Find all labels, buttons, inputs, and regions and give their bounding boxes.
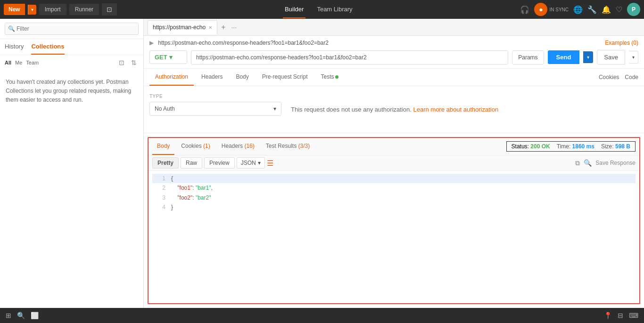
response-area: Body Cookies (1) Headers (16) Test Resul… xyxy=(148,137,640,304)
bell-icon[interactable]: 🔔 xyxy=(602,5,611,14)
sidebar-empty-message: You haven't created any collections yet.… xyxy=(0,70,143,113)
sidebar-actions: ⊡ ⇅ xyxy=(117,58,139,67)
request-section-tabs: Authorization Headers Body Pre-request S… xyxy=(144,69,644,86)
sidebar-filter-row: All Me Team ⊡ ⇅ xyxy=(0,55,143,70)
bottom-layout-icon[interactable]: ⊟ xyxy=(618,312,623,319)
tab-builder[interactable]: Builder xyxy=(283,1,305,18)
sync-icon: ● xyxy=(534,3,547,16)
sidebar-tab-collections[interactable]: Collections xyxy=(31,43,64,55)
cookies-count: (1) xyxy=(203,143,210,149)
auth-type-value: No Auth xyxy=(155,105,175,112)
status-label: Status: 200 OK xyxy=(512,143,550,150)
resp-tab-test-results[interactable]: Test Results (3/3) xyxy=(261,138,314,155)
sidebar-tabs: History Collections xyxy=(0,39,143,55)
req-tabs-left: Authorization Headers Body Pre-request S… xyxy=(149,69,344,86)
bottom-right: 📍 ⊟ ⌨ xyxy=(604,312,638,319)
avatar[interactable]: P xyxy=(627,3,640,16)
auth-right: This request does not use any authorizat… xyxy=(291,94,638,125)
format-raw-button[interactable]: Raw xyxy=(181,157,202,169)
sidebar-toggle-icon[interactable]: ⊞ xyxy=(6,312,11,319)
code-line-4: 4 } xyxy=(152,202,636,212)
filter-me[interactable]: Me xyxy=(15,60,22,65)
tab-pre-request-script[interactable]: Pre-request Script xyxy=(256,69,314,86)
breadcrumb-row: ▶ https://postman-echo.com/response-head… xyxy=(149,40,638,46)
sidebar-search-container: 🔍 xyxy=(0,19,143,39)
tab-headers[interactable]: Headers xyxy=(196,69,228,86)
method-selector[interactable]: GET ▾ xyxy=(149,50,187,64)
method-dropdown-icon: ▾ xyxy=(169,54,173,61)
resp-format-bar: Pretty Raw Preview JSON ▾ ☰ ⧉ 🔍 Save Res… xyxy=(149,155,639,171)
auth-left: TYPE No Auth ▾ xyxy=(149,94,281,125)
sidebar-tab-history[interactable]: History xyxy=(5,43,24,55)
main-layout: 🔍 History Collections All Me Team ⊡ ⇅ Yo… xyxy=(0,19,644,308)
wrench-icon[interactable]: 🔧 xyxy=(587,5,597,14)
filter-input[interactable] xyxy=(5,23,139,35)
breadcrumb-text: https://postman-echo.com/response-header… xyxy=(158,40,329,46)
heart-icon[interactable]: ♡ xyxy=(616,5,622,14)
new-folder-button[interactable]: ⊡ xyxy=(117,58,126,67)
filter-all[interactable]: All xyxy=(5,60,11,65)
search-response-button[interactable]: 🔍 xyxy=(584,159,592,167)
nav-right: 🎧 ● IN SYNC 🌐 🔧 🔔 ♡ P xyxy=(520,3,640,16)
code-line-3: 3 "foo2": "bar2" xyxy=(152,193,636,202)
auth-type-selector[interactable]: No Auth ▾ xyxy=(149,102,281,116)
bottom-search-icon[interactable]: 🔍 xyxy=(17,312,25,319)
format-dropdown-icon: ▾ xyxy=(258,160,261,166)
save-response-button[interactable]: Save Response xyxy=(595,160,636,166)
more-tabs-button[interactable]: ··· xyxy=(229,24,239,31)
import-button[interactable]: Import xyxy=(39,4,66,15)
breadcrumb: ▶ https://postman-echo.com/response-head… xyxy=(149,40,329,46)
examples-link[interactable]: Examples (0) xyxy=(605,40,638,46)
new-dropdown-button[interactable]: ▾ xyxy=(28,5,36,15)
url-input[interactable] xyxy=(191,50,508,65)
save-dropdown-button[interactable]: ▾ xyxy=(629,51,638,64)
resp-tab-body[interactable]: Body xyxy=(152,138,174,155)
wrap-icon[interactable]: ☰ xyxy=(267,159,273,168)
auth-learn-link[interactable]: Learn more about authorization xyxy=(413,106,498,113)
bottom-bar: ⊞ 🔍 ⬜ 📍 ⊟ ⌨ xyxy=(0,308,644,323)
bottom-left: ⊞ 🔍 ⬜ xyxy=(6,312,39,319)
code-link[interactable]: Code xyxy=(625,74,638,81)
format-type-selector[interactable]: JSON ▾ xyxy=(237,157,265,169)
headphone-icon[interactable]: 🎧 xyxy=(520,5,529,14)
filter-options: All Me Team xyxy=(5,60,39,65)
bottom-location-icon[interactable]: 📍 xyxy=(604,312,612,319)
method-label: GET xyxy=(155,54,167,61)
resp-tab-headers[interactable]: Headers (16) xyxy=(217,138,259,155)
status-ok-value: 200 OK xyxy=(530,143,550,150)
response-code-area: 1 { 2 "foo1": "bar1", 3 "foo2": "bar2" 4… xyxy=(149,171,639,303)
bottom-keyboard-icon[interactable]: ⌨ xyxy=(629,312,638,319)
tab-body[interactable]: Body xyxy=(230,69,254,86)
request-tab[interactable]: https://postman-echo ✕ xyxy=(148,20,217,34)
tab-authorization[interactable]: Authorization xyxy=(149,69,194,86)
auth-type-dropdown-icon: ▾ xyxy=(273,105,276,112)
format-preview-button[interactable]: Preview xyxy=(204,157,235,169)
bottom-browser-icon[interactable]: ⬜ xyxy=(31,312,39,319)
tab-close-button[interactable]: ✕ xyxy=(208,25,212,30)
req-tab-label: https://postman-echo xyxy=(153,24,206,31)
resp-tab-cookies[interactable]: Cookies (1) xyxy=(176,138,215,155)
nav-center: Builder Team Library xyxy=(120,1,517,18)
globe-icon[interactable]: 🌐 xyxy=(573,5,583,14)
params-button[interactable]: Params xyxy=(512,50,544,65)
runner-button[interactable]: Runner xyxy=(69,4,99,15)
headers-count: (16) xyxy=(244,143,254,149)
filter-team[interactable]: Team xyxy=(26,60,39,65)
tab-tests[interactable]: Tests xyxy=(315,69,344,86)
add-tab-button[interactable]: + xyxy=(219,23,227,32)
search-wrap: 🔍 xyxy=(5,23,139,35)
format-pretty-button[interactable]: Pretty xyxy=(152,157,179,169)
save-button[interactable]: Save xyxy=(597,50,625,65)
sync-text: IN SYNC xyxy=(549,7,569,12)
send-button[interactable]: Send xyxy=(548,50,580,64)
layout-icon-button[interactable]: ⊡ xyxy=(102,3,117,16)
code-line-1: 1 { xyxy=(152,174,636,183)
cookies-link[interactable]: Cookies xyxy=(599,74,619,81)
tab-team-library[interactable]: Team Library xyxy=(315,1,354,18)
auth-message: This request does not use any authorizat… xyxy=(291,106,498,113)
sync-badge: ● IN SYNC xyxy=(534,3,569,16)
sort-button[interactable]: ⇅ xyxy=(129,58,139,67)
new-button[interactable]: New xyxy=(4,4,25,15)
copy-response-button[interactable]: ⧉ xyxy=(575,159,580,167)
send-dropdown-button[interactable]: ▾ xyxy=(583,51,593,63)
